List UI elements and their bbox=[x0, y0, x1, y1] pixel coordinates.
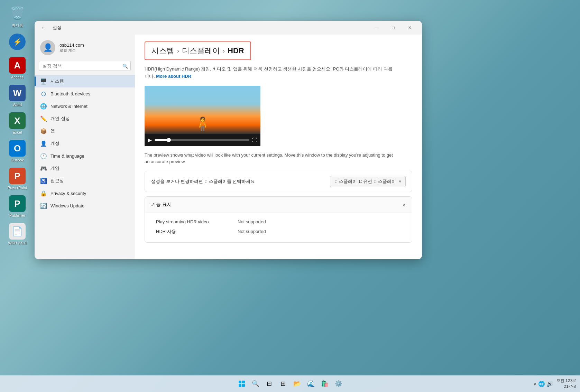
volume-tray-icon[interactable]: 🔊 bbox=[546, 381, 553, 387]
sidebar-item-network[interactable]: 🌐 Network & internet bbox=[35, 100, 135, 112]
feature-val-hdr: Not supported bbox=[238, 229, 266, 234]
sidebar-item-accounts[interactable]: 👤 계정 bbox=[35, 137, 135, 150]
display-selector: 설정을 보거나 변경하려면 디스플레이를 선택하세요 디스플레이 1: 유선 디… bbox=[145, 171, 412, 192]
display-dropdown[interactable]: 디스플레이 1: 유선 디스플레이 ∨ bbox=[330, 176, 406, 187]
file-explorer-icon: 📂 bbox=[293, 380, 301, 388]
video-controls: ▶ ⛶ bbox=[145, 134, 260, 146]
taskbar-right: ∧ 🌐 🔊 오전 12:02 21-7-8 bbox=[533, 378, 576, 390]
desktop-icon-publisher[interactable]: P Publisher bbox=[3, 194, 31, 219]
desktop-icon-word[interactable]: W Word bbox=[3, 83, 31, 108]
breadcrumb-sep1: › bbox=[177, 47, 179, 55]
sidebar-item-apps[interactable]: 📦 앱 bbox=[35, 125, 135, 137]
progress-bar[interactable] bbox=[155, 139, 249, 141]
sidebar-item-label: 게임 bbox=[50, 165, 59, 171]
sidebar-item-gaming[interactable]: 🎮 게임 bbox=[35, 162, 135, 175]
user-info: osb114.com 로컬 계정 bbox=[59, 43, 84, 53]
feature-val-streaming: Not supported bbox=[238, 219, 266, 224]
sidebar-item-label: 개인 설정 bbox=[50, 115, 70, 122]
desktop-icon-quickassist[interactable]: ⚡ bbox=[3, 32, 31, 53]
settings-taskbar-button[interactable]: ⚙️ bbox=[332, 377, 345, 390]
sidebar-item-label: 접근성 bbox=[50, 178, 64, 184]
back-button[interactable]: ← bbox=[39, 23, 48, 32]
feature-row: HDR 사용 Not supported bbox=[156, 226, 406, 237]
search-taskbar-button[interactable]: 🔍 bbox=[249, 377, 262, 390]
sidebar-item-personalization[interactable]: ✏️ 개인 설정 bbox=[35, 112, 135, 125]
network-tray-icon[interactable]: 🌐 bbox=[538, 381, 545, 387]
close-button[interactable]: ✕ bbox=[402, 22, 418, 33]
sidebar-item-label: Network & internet bbox=[50, 104, 88, 109]
taskbar-date-display: 21-7-8 bbox=[556, 384, 576, 390]
breadcrumb-part3: HDR bbox=[228, 46, 244, 55]
sidebar-item-label: 앱 bbox=[50, 128, 55, 134]
title-bar: ← 설정 — □ ✕ bbox=[35, 21, 422, 35]
desktop: 🗑️ 휴지통 ⚡ A Access W Word X bbox=[0, 0, 580, 392]
sidebar-item-privacy[interactable]: 🔒 Privacy & security bbox=[35, 187, 135, 199]
features-section: 기능 표시 ∧ Play streaming HDR video Not sup… bbox=[145, 196, 412, 243]
avatar: 👤 bbox=[40, 40, 55, 55]
preview-note: The preview shows what video will look l… bbox=[145, 152, 394, 165]
sidebar-item-label: 계정 bbox=[50, 140, 59, 147]
edge-icon: 🌊 bbox=[307, 380, 315, 388]
breadcrumb-sep2: › bbox=[223, 47, 225, 55]
sidebar-item-time[interactable]: 🕐 Time & language bbox=[35, 150, 135, 162]
desktop-icon-access[interactable]: A Access bbox=[3, 56, 31, 81]
back-icon: ← bbox=[41, 25, 46, 30]
chevron-up-icon[interactable]: ∧ bbox=[533, 381, 537, 386]
avatar-icon: 👤 bbox=[43, 43, 53, 52]
taskbar-time-display: 오전 12:02 bbox=[556, 378, 576, 384]
user-name: osb114.com bbox=[59, 43, 84, 48]
widgets-button[interactable]: ⊞ bbox=[277, 377, 289, 390]
video-preview: 🧍 ▶ ⛶ bbox=[145, 86, 260, 146]
store-button[interactable]: 🛍️ bbox=[319, 377, 331, 390]
desktop-icon-powerpoint[interactable]: P PowerPoint bbox=[3, 166, 31, 191]
taskview-button[interactable]: ⊟ bbox=[263, 377, 276, 390]
network-icon: 🌐 bbox=[40, 103, 47, 110]
feature-row: Play streaming HDR video Not supported bbox=[156, 217, 406, 226]
sidebar-item-system[interactable]: 🖥️ 시스템 bbox=[35, 75, 135, 87]
window-body: 👤 osb114.com 로컬 계정 🔍 🖥️ 시스템 bbox=[35, 35, 422, 259]
sidebar: 👤 osb114.com 로컬 계정 🔍 🖥️ 시스템 bbox=[35, 35, 135, 259]
sidebar-item-accessibility[interactable]: ♿ 접근성 bbox=[35, 175, 135, 187]
more-about-hdr-link[interactable]: More about HDR bbox=[156, 74, 191, 79]
desktop-icon-outlook[interactable]: O Outlook bbox=[3, 139, 31, 164]
gaming-icon: 🎮 bbox=[40, 165, 47, 172]
edge-button[interactable]: 🌊 bbox=[305, 377, 317, 390]
file-explorer-button[interactable]: 📂 bbox=[291, 377, 303, 390]
features-body: Play streaming HDR video Not supported H… bbox=[145, 213, 412, 242]
store-icon: 🛍️ bbox=[321, 380, 329, 388]
window-controls: — □ ✕ bbox=[369, 22, 418, 33]
sidebar-item-bluetooth[interactable]: ⬡ Bluetooth & devices bbox=[35, 87, 135, 100]
window-title: 설정 bbox=[53, 25, 62, 31]
maximize-button[interactable]: □ bbox=[385, 22, 401, 33]
desktop-icon-label: Word bbox=[13, 103, 22, 107]
desktop-icon-excel[interactable]: X Excel bbox=[3, 111, 31, 136]
sidebar-item-label: 시스템 bbox=[50, 78, 64, 84]
desktop-icon-label: Publisher bbox=[9, 213, 25, 217]
desktop-icon-recycle[interactable]: 🗑️ 휴지통 bbox=[3, 3, 31, 29]
sidebar-item-label: Time & language bbox=[50, 153, 84, 159]
user-subtitle: 로컬 계정 bbox=[59, 48, 84, 53]
breadcrumb-part1: 시스템 bbox=[151, 46, 174, 56]
desktop-icon-label: Access bbox=[11, 75, 23, 79]
main-content: 시스템 › 디스플레이 › HDR HDR(High Dynamic Range… bbox=[135, 35, 422, 259]
hdr-description: HDR(High Dynamic Range) 게임, 비디오 및 앱을 위해 … bbox=[145, 66, 394, 80]
desktop-icon-label: WSH 2.5.0 bbox=[8, 241, 26, 245]
taskbar: 🔍 ⊟ ⊞ 📂 🌊 🛍️ ⚙️ ∧ 🌐 bbox=[0, 375, 580, 392]
desktop-icon-wsh[interactable]: 📄 WSH 2.5.0 bbox=[3, 222, 31, 246]
search-input[interactable] bbox=[39, 61, 131, 71]
sidebar-item-update[interactable]: 🔄 Windows Update bbox=[35, 199, 135, 212]
play-button[interactable]: ▶ bbox=[148, 137, 152, 143]
start-button[interactable] bbox=[236, 377, 248, 390]
progress-knob bbox=[167, 138, 171, 142]
system-tray: ∧ 🌐 🔊 bbox=[533, 381, 553, 387]
minimize-button[interactable]: — bbox=[369, 22, 385, 33]
personalization-icon: ✏️ bbox=[40, 115, 47, 122]
desktop-icons-container: 🗑️ 휴지통 ⚡ A Access W Word X bbox=[3, 3, 31, 246]
taskbar-clock[interactable]: 오전 12:02 21-7-8 bbox=[556, 378, 576, 390]
accessibility-icon: ♿ bbox=[40, 177, 47, 184]
system-icon: 🖥️ bbox=[40, 78, 47, 85]
fullscreen-button[interactable]: ⛶ bbox=[252, 137, 257, 143]
breadcrumb-part2: 디스플레이 bbox=[182, 46, 220, 56]
search-icon[interactable]: 🔍 bbox=[122, 63, 128, 68]
features-header[interactable]: 기능 표시 ∧ bbox=[145, 197, 412, 213]
